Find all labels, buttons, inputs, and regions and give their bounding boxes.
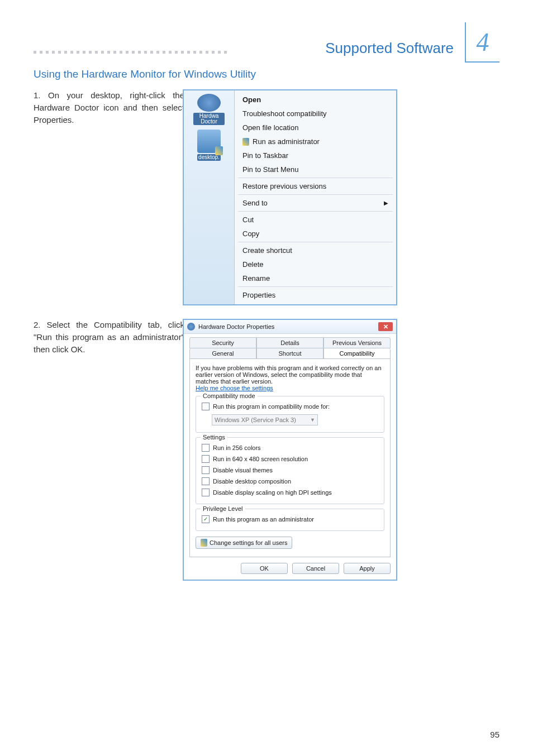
tabs-row-back: Security Details Previous Versions: [189, 337, 391, 348]
step-1: 1. On your desktop, right-click the Hard…: [34, 89, 499, 305]
chip-icon: [197, 130, 221, 153]
cancel-button[interactable]: Cancel: [292, 563, 339, 574]
apply-button[interactable]: Apply: [344, 563, 391, 574]
step-2-number: 2.: [34, 320, 41, 329]
hardware-doctor-label: Hardwa Doctor: [193, 113, 225, 125]
dots-decoration: [34, 37, 318, 57]
label-256: Run in 256 colors: [213, 444, 261, 451]
ctx-create-shortcut[interactable]: Create shortcut: [235, 243, 396, 257]
shield-icon: [201, 539, 207, 547]
checkbox-themes[interactable]: [202, 466, 210, 474]
ctx-separator: [238, 211, 393, 212]
ctx-separator: [238, 194, 393, 195]
ctx-properties[interactable]: Properties: [235, 288, 396, 302]
desktop-ini-icon[interactable]: desktop.: [193, 130, 225, 161]
group-title-settings: Settings: [201, 434, 227, 441]
tabs-row-front: General Shortcut Compatibility: [189, 348, 391, 359]
checkbox-run-admin[interactable]: ✓: [202, 515, 210, 523]
dialog-buttons: OK Cancel Apply: [189, 563, 391, 574]
label-dpi: Disable display scaling on high DPI sett…: [213, 489, 332, 496]
step-2-text: 2. Select the Compatibility tab, click "…: [34, 319, 184, 355]
checkbox-dpi[interactable]: [202, 489, 210, 496]
ctx-pin-start[interactable]: Pin to Start Menu: [235, 162, 396, 176]
checkbox-composition[interactable]: [202, 477, 210, 485]
context-menu-screenshot: Hardwa Doctor desktop. Open Troubleshoot…: [183, 89, 397, 305]
ok-button[interactable]: OK: [241, 563, 288, 574]
step-1-body: On your desktop, right-click the Hardwar…: [34, 90, 184, 125]
desktop-icons-column: Hardwa Doctor desktop.: [184, 90, 234, 304]
compat-os-selected: Windows XP (Service Pack 3): [215, 417, 296, 423]
chapter-title: Supported Software: [325, 40, 458, 57]
change-settings-button[interactable]: Change settings for all users: [196, 537, 292, 549]
ctx-cut[interactable]: Cut: [235, 213, 396, 227]
ctx-separator: [238, 242, 393, 242]
step-2-body: Select the Compatibility tab, click "Run…: [34, 320, 184, 354]
step-1-text: 1. On your desktop, right-click the Hard…: [34, 89, 184, 126]
ctx-open[interactable]: Open: [235, 93, 396, 107]
hardware-doctor-icon[interactable]: Hardwa Doctor: [193, 94, 225, 125]
shield-icon: [242, 138, 249, 146]
ctx-separator: [238, 178, 393, 178]
fan-icon: [187, 323, 195, 331]
step-2: 2. Select the Compatibility tab, click "…: [34, 319, 499, 581]
dialog-title: Hardware Doctor Properties: [198, 323, 274, 330]
change-settings-label: Change settings for all users: [210, 539, 287, 546]
chevron-down-icon: ▼: [310, 417, 315, 423]
label-themes: Disable visual themes: [213, 467, 273, 473]
label-compat-mode: Run this program in compatibility mode f…: [213, 403, 330, 410]
checkbox-256[interactable]: [202, 444, 210, 452]
tab-shortcut[interactable]: Shortcut: [256, 348, 323, 359]
tab-details[interactable]: Details: [256, 337, 323, 348]
ctx-troubleshoot[interactable]: Troubleshoot compatibility: [235, 107, 396, 121]
tab-previous-versions[interactable]: Previous Versions: [323, 337, 391, 348]
ctx-pin-taskbar[interactable]: Pin to Taskbar: [235, 149, 396, 162]
chevron-right-icon: ▶: [384, 200, 388, 206]
context-menu: Open Troubleshoot compatibility Open fil…: [234, 90, 396, 304]
ctx-open-location[interactable]: Open file location: [235, 121, 396, 135]
group-title-compat: Compatibility mode: [201, 393, 258, 399]
group-title-privilege: Privilege Level: [201, 505, 245, 512]
ctx-send-to[interactable]: Send to▶: [235, 196, 396, 210]
ctx-run-admin[interactable]: Run as administrator: [235, 135, 396, 149]
shield-icon: [215, 146, 223, 155]
close-button[interactable]: ✕: [378, 322, 393, 331]
group-compatibility-mode: Compatibility mode Run this program in c…: [196, 396, 384, 433]
section-title: Using the Hardware Monitor for Windows U…: [34, 68, 499, 80]
ctx-delete[interactable]: Delete: [235, 257, 396, 271]
group-settings: Settings Run in 256 colors Run in 640 x …: [196, 437, 384, 504]
dialog-titlebar: Hardware Doctor Properties ✕: [184, 320, 396, 334]
ctx-restore[interactable]: Restore previous versions: [235, 179, 396, 193]
ctx-separator: [238, 286, 393, 287]
label-run-admin: Run this program as an administrator: [213, 516, 314, 523]
ctx-rename[interactable]: Rename: [235, 271, 396, 285]
tab-compatibility[interactable]: Compatibility: [323, 348, 391, 359]
tab-body-compatibility: If you have problems with this program a…: [189, 359, 391, 557]
compat-hint: If you have problems with this program a…: [196, 365, 384, 385]
checkbox-640[interactable]: [202, 455, 210, 463]
group-privilege: Privilege Level ✓ Run this program as an…: [196, 509, 384, 531]
properties-dialog: Hardware Doctor Properties ✕ Security De…: [183, 319, 397, 581]
compat-os-dropdown[interactable]: Windows XP (Service Pack 3) ▼: [212, 414, 318, 425]
chapter-header: Supported Software 4: [34, 22, 499, 57]
label-640: Run in 640 x 480 screen resolution: [213, 456, 308, 462]
tab-general[interactable]: General: [189, 348, 256, 359]
help-choose-link[interactable]: Help me choose the settings: [196, 385, 273, 391]
step-1-number: 1.: [34, 90, 41, 100]
page-number: 95: [490, 730, 499, 739]
label-composition: Disable desktop composition: [213, 478, 291, 485]
fan-icon: [197, 94, 221, 112]
ctx-copy[interactable]: Copy: [235, 227, 396, 241]
tab-security[interactable]: Security: [189, 337, 256, 348]
chapter-number: 4: [465, 22, 499, 63]
checkbox-compat-mode[interactable]: [202, 403, 210, 410]
